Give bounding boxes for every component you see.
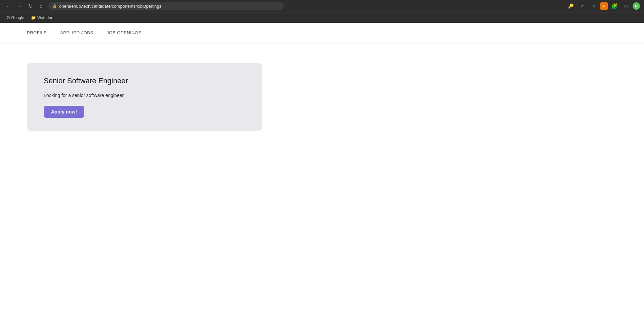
forward-button[interactable]: → xyxy=(15,1,24,11)
bookmark-google-label: Google xyxy=(11,15,24,20)
star-icon[interactable]: ☆ xyxy=(589,1,598,11)
browser-actions: 🔑 ➚ ☆ e 🧩 ▭ R xyxy=(566,1,640,11)
job-description: Looking for a senior software engineer xyxy=(44,92,245,99)
address-bar[interactable]: 🔒 onehirehub.tech/candidate/components/j… xyxy=(48,2,284,10)
reload-button[interactable]: ↻ xyxy=(26,1,35,11)
nav-link-job-openings[interactable]: JOB OPENINGS xyxy=(107,29,142,37)
home-button[interactable]: ⌂ xyxy=(36,1,46,11)
browser-chrome: ← → ↻ ⌂ 🔒 onehirehub.tech/candidate/comp… xyxy=(0,0,644,12)
browser-nav-buttons: ← → ↻ ⌂ xyxy=(4,1,46,11)
google-favicon: G xyxy=(7,15,10,20)
key-icon[interactable]: 🔑 xyxy=(566,1,575,11)
waterloo-favicon: 📁 xyxy=(31,15,36,20)
back-button[interactable]: ← xyxy=(4,1,13,11)
profile-avatar[interactable]: R xyxy=(633,2,640,10)
cast-icon[interactable]: ▭ xyxy=(621,1,631,11)
page-content: PROFILE APPLIED JOBS JOB OPENINGS Senior… xyxy=(0,23,644,335)
lock-icon: 🔒 xyxy=(52,4,57,8)
bookmark-google[interactable]: G Google xyxy=(4,15,27,21)
job-card: Senior Software Engineer Looking for a s… xyxy=(27,63,262,131)
nav-link-applied-jobs[interactable]: APPLIED JOBS xyxy=(60,29,93,37)
url-text: onehirehub.tech/candidate/components/job… xyxy=(59,4,280,9)
apply-now-button[interactable]: Apply now! xyxy=(44,106,84,118)
extensions-icon[interactable]: 🧩 xyxy=(610,1,619,11)
job-title: Senior Software Engineer xyxy=(44,77,245,85)
bookmark-waterloo[interactable]: 📁 Waterloo xyxy=(28,15,56,21)
nav-bar: PROFILE APPLIED JOBS JOB OPENINGS xyxy=(0,23,644,43)
main-content: Senior Software Engineer Looking for a s… xyxy=(0,43,644,151)
share-icon[interactable]: ➚ xyxy=(577,1,587,11)
extension-icon-orange[interactable]: e xyxy=(600,2,608,10)
nav-link-profile[interactable]: PROFILE xyxy=(27,29,47,37)
bookmarks-bar: G Google 📁 Waterloo xyxy=(0,12,644,23)
bookmark-waterloo-label: Waterloo xyxy=(37,15,53,20)
